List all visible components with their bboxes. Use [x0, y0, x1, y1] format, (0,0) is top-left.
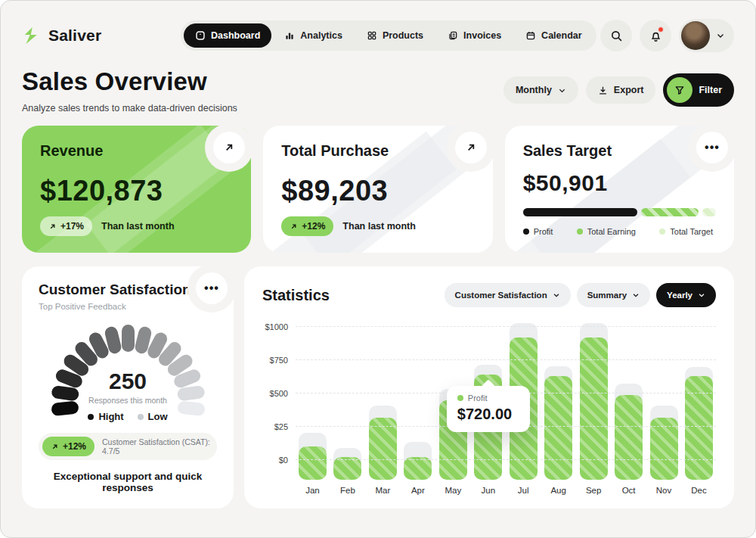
nav-label: Dashboard [211, 30, 260, 41]
statistics-filters: Customer Satisfaction Summary [445, 283, 716, 307]
csat-note: Customer Satisfaction (CSAT): 4.7/5 [102, 437, 213, 456]
chip-label: Customer Satisfaction [455, 291, 547, 300]
badge-label: +12% [63, 441, 86, 452]
badge-label: +17% [60, 221, 84, 232]
search-button[interactable] [600, 20, 632, 51]
purchase-card: Total Purchase $89,203 +12% Than last mo… [263, 126, 492, 253]
bar-profit [369, 418, 397, 480]
y-tick-label: $750 [270, 356, 288, 365]
page-title: Sales Overview [22, 67, 237, 96]
legend-item: Hight [88, 411, 123, 422]
legend-item: Total Target [659, 227, 713, 236]
growth-badge: +17% [40, 216, 92, 236]
bar-profit [404, 457, 432, 480]
panel-title: Customer Satisfaction [39, 281, 217, 298]
card-title: Total Purchase [281, 142, 474, 160]
nav-item-calendar[interactable]: Calendar [514, 23, 593, 48]
filter-button[interactable]: Filter [663, 73, 734, 107]
gauge-segment [122, 325, 135, 352]
gridline [296, 459, 716, 460]
card-note: Than last month [101, 221, 175, 232]
calendar-icon [525, 30, 536, 41]
card-title: Sales Target [523, 142, 716, 160]
legend-label: Low [148, 411, 168, 422]
chip-label: Summary [587, 291, 627, 300]
arrow-up-right-icon [48, 222, 57, 231]
nav-label: Analytics [300, 30, 342, 41]
period-select[interactable]: Monthly [503, 76, 578, 104]
card-note: Than last month [342, 221, 416, 232]
gridline [296, 359, 716, 360]
bar-chart: $0$25$500$750$1000 Profit $720.00 [262, 318, 716, 480]
nav-item-products[interactable]: Products [355, 23, 435, 48]
x-tick-label: May [439, 486, 467, 495]
export-button[interactable]: Export [586, 76, 656, 104]
open-purchase-button[interactable] [455, 132, 487, 163]
app-window: Saliver Dashboard Analytics [0, 0, 756, 538]
bar-group-dec[interactable] [685, 318, 713, 480]
more-dots-icon: ••• [705, 144, 720, 151]
bar-profit [333, 457, 361, 480]
bar-group-oct[interactable] [615, 318, 643, 480]
arrow-up-right-icon [223, 141, 235, 154]
chevron-down-icon [632, 291, 640, 299]
bar-group-nov[interactable] [650, 318, 678, 480]
y-tick-label: $0 [279, 456, 288, 465]
more-dots-icon: ••• [204, 285, 219, 292]
bar-group-mar[interactable] [369, 318, 397, 480]
filter-label: Filter [699, 85, 722, 95]
nav-item-analytics[interactable]: Analytics [273, 23, 354, 48]
brand-logo[interactable]: Saliver [22, 26, 181, 45]
notifications-button[interactable] [640, 20, 671, 51]
y-tick-label: $25 [274, 422, 288, 431]
arrow-up-right-icon [465, 141, 477, 154]
legend-label: Total Target [670, 227, 713, 236]
badge-label: +12% [302, 221, 325, 232]
products-icon [367, 30, 377, 41]
range-select[interactable]: Yearly [656, 283, 716, 307]
bar-group-feb[interactable] [333, 318, 361, 480]
x-tick-label: Oct [615, 486, 643, 495]
lower-row: Customer Satisfaction Top Positive Feedb… [22, 266, 734, 508]
kpi-cards-row: Revenue $120,873 +17% Than last month [22, 126, 734, 253]
x-tick-label: Aug [544, 486, 572, 495]
tooltip-value: $720.00 [457, 406, 519, 423]
bar-profit [544, 376, 572, 480]
analytics-icon [284, 30, 295, 41]
summary-select[interactable]: Summary [577, 283, 650, 307]
legend-item: Low [138, 411, 168, 422]
bar-group-sep[interactable] [580, 318, 608, 480]
legend-label: Hight [98, 411, 123, 422]
x-tick-label: Jul [510, 486, 538, 495]
legend-label: Total Earning [587, 227, 636, 236]
tooltip-series: Profit [468, 393, 488, 403]
sales-target-menu-button[interactable]: ••• [696, 132, 728, 163]
tooltip-dot [457, 395, 463, 401]
x-tick-label: Apr [404, 486, 432, 495]
gridline [296, 326, 716, 327]
sales-target-progressbar [523, 208, 716, 216]
nav-item-invoices[interactable]: Invoices [436, 23, 513, 48]
bar-group-aug[interactable] [544, 318, 572, 480]
download-icon [598, 86, 608, 95]
nav-item-dashboard[interactable]: Dashboard [184, 23, 271, 48]
profile-menu[interactable] [679, 19, 734, 52]
bar-group-jan[interactable] [299, 318, 327, 480]
x-tick-label: Jan [299, 486, 327, 495]
metric-select[interactable]: Customer Satisfaction [445, 283, 571, 307]
invoices-icon [448, 30, 458, 41]
card-value: $89,203 [281, 175, 474, 207]
arrow-up-right-icon [51, 443, 59, 451]
chart-tooltip: Profit $720.00 [447, 386, 530, 432]
legend-item: Profit [523, 227, 553, 236]
top-bar: Saliver Dashboard Analytics [1, 1, 755, 52]
bar-group-apr[interactable] [404, 318, 432, 480]
card-title: Revenue [40, 142, 233, 160]
chevron-down-icon [553, 291, 560, 299]
progress-segment [641, 208, 699, 216]
satisfaction-menu-button[interactable]: ••• [196, 272, 228, 304]
card-value: $120,873 [40, 175, 233, 207]
x-axis: JanFebMarAprMayJunJulAugSepOctNovDec [262, 480, 716, 495]
export-label: Export [614, 85, 644, 95]
nav-label: Products [383, 30, 423, 41]
